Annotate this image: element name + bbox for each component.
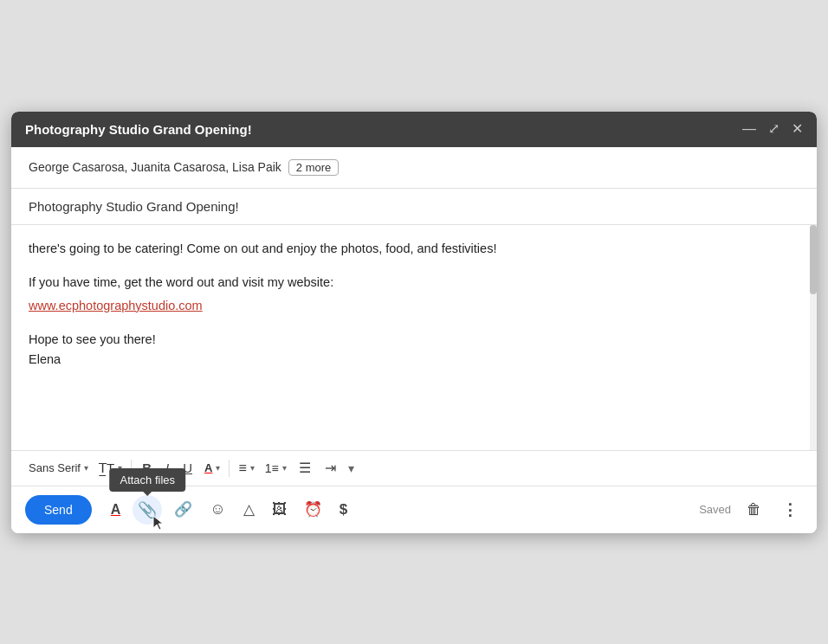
font-color-icon: A bbox=[111, 502, 121, 518]
attach-icon: 📎 bbox=[138, 500, 157, 519]
body-link-paragraph: www.ecphotographystudio.com bbox=[29, 296, 799, 316]
subject-text: Photography Studio Grand Opening! bbox=[29, 199, 239, 214]
scrollbar-thumb[interactable] bbox=[810, 225, 817, 294]
send-button[interactable]: Send bbox=[25, 495, 92, 525]
underline-label: U bbox=[183, 461, 192, 474]
more-options-button[interactable]: ⋮ bbox=[777, 495, 803, 525]
scrollbar-track bbox=[810, 225, 817, 450]
dollar-button[interactable]: $ bbox=[334, 496, 353, 524]
recipients-text: George Casarosa, Juanita Casarosa, Lisa … bbox=[29, 160, 281, 174]
image-icon: 🖼 bbox=[272, 501, 287, 518]
close-button[interactable]: ✕ bbox=[792, 122, 803, 136]
link-button[interactable]: 🔗 bbox=[169, 495, 197, 524]
maximize-button[interactable]: ⤢ bbox=[768, 122, 779, 136]
indent-icon: ⇥ bbox=[325, 461, 336, 475]
body-text-2: If you have time, get the word out and v… bbox=[29, 275, 333, 289]
link-icon: 🔗 bbox=[174, 500, 192, 518]
saved-label: Saved bbox=[699, 503, 731, 516]
title-bar: Photography Studio Grand Opening! — ⤢ ✕ bbox=[11, 112, 817, 147]
attach-files-button[interactable]: 📎 bbox=[133, 495, 162, 525]
email-compose-window: Photography Studio Grand Opening! — ⤢ ✕ … bbox=[11, 112, 817, 533]
attach-files-container: Attach files 📎 bbox=[133, 495, 162, 525]
font-family-chevron-icon: ▾ bbox=[84, 463, 88, 473]
bold-button[interactable]: B bbox=[137, 458, 157, 478]
body-text-3: Hope to see you there! bbox=[29, 332, 156, 346]
body-paragraph-2: If you have time, get the word out and v… bbox=[29, 273, 799, 293]
schedule-icon: ⏰ bbox=[304, 500, 322, 518]
dollar-icon: $ bbox=[340, 501, 347, 518]
image-button[interactable]: 🖼 bbox=[267, 496, 292, 524]
email-content: George Casarosa, Juanita Casarosa, Lisa … bbox=[11, 147, 817, 533]
body-text-1: there's going to be catering! Come on ou… bbox=[29, 242, 496, 255]
minimize-button[interactable]: — bbox=[742, 122, 756, 136]
bullet-list-icon: ☰ bbox=[299, 461, 311, 475]
body-paragraph-4: Elena bbox=[29, 350, 799, 370]
align-selector[interactable]: ≡ ▾ bbox=[235, 459, 257, 478]
numbered-list-chevron-icon: ▾ bbox=[282, 463, 287, 473]
font-color-button[interactable]: A bbox=[106, 497, 126, 523]
bottom-toolbar: Send A Attach files 📎 🔗 bbox=[11, 486, 817, 533]
emoji-icon: ☺ bbox=[210, 500, 225, 518]
font-color-chevron-icon: ▾ bbox=[216, 463, 220, 473]
toolbar-divider-1 bbox=[131, 460, 132, 477]
numbered-list-icon: 1≡ bbox=[265, 461, 279, 475]
italic-label: I bbox=[165, 461, 169, 474]
more-recipients-badge[interactable]: 2 more bbox=[288, 159, 339, 176]
font-color-label: A bbox=[204, 461, 212, 474]
formatting-toolbar: Sans Serif ▾ T̲T ▾ B I U A bbox=[11, 450, 817, 486]
numbered-list-selector[interactable]: 1≡ ▾ bbox=[262, 460, 290, 477]
trash-button[interactable]: 🗑 bbox=[741, 496, 767, 524]
bold-label: B bbox=[142, 461, 152, 474]
body-paragraph-1: there's going to be catering! Come on ou… bbox=[29, 239, 799, 259]
more-formatting-selector[interactable]: ▾ bbox=[345, 460, 358, 477]
website-link[interactable]: www.ecphotographystudio.com bbox=[29, 299, 203, 312]
window-controls: — ⤢ ✕ bbox=[742, 122, 803, 136]
font-size-selector[interactable]: T̲T ▾ bbox=[95, 459, 126, 478]
email-body[interactable]: there's going to be catering! Come on ou… bbox=[11, 225, 817, 450]
font-size-chevron-icon: ▾ bbox=[118, 463, 122, 473]
font-size-icon: T̲T bbox=[99, 460, 114, 476]
bullet-list-button[interactable]: ☰ bbox=[294, 458, 316, 479]
indent-button[interactable]: ⇥ bbox=[320, 458, 341, 479]
more-formatting-chevron-icon: ▾ bbox=[348, 461, 354, 475]
align-icon: ≡ bbox=[238, 460, 246, 476]
more-options-icon: ⋮ bbox=[782, 500, 798, 519]
font-family-label: Sans Serif bbox=[29, 461, 81, 474]
body-text-4: Elena bbox=[29, 352, 61, 366]
drive-icon: △ bbox=[243, 500, 255, 518]
toolbar-divider-2 bbox=[229, 460, 230, 477]
recipients-row: George Casarosa, Juanita Casarosa, Lisa … bbox=[11, 147, 817, 189]
italic-button[interactable]: I bbox=[160, 458, 174, 478]
trash-icon: 🗑 bbox=[747, 501, 761, 518]
schedule-button[interactable]: ⏰ bbox=[299, 495, 327, 524]
align-chevron-icon: ▾ bbox=[250, 463, 255, 473]
font-family-selector[interactable]: Sans Serif ▾ bbox=[25, 460, 92, 476]
saved-area: Saved 🗑 ⋮ bbox=[699, 495, 803, 525]
underline-button[interactable]: U bbox=[178, 458, 197, 478]
font-color-selector[interactable]: A ▾ bbox=[201, 460, 223, 476]
window-title: Photography Studio Grand Opening! bbox=[25, 122, 252, 137]
body-paragraph-3: Hope to see you there! bbox=[29, 330, 799, 350]
subject-row: Photography Studio Grand Opening! bbox=[11, 189, 817, 225]
emoji-button[interactable]: ☺ bbox=[204, 495, 230, 524]
drive-button[interactable]: △ bbox=[238, 495, 260, 524]
